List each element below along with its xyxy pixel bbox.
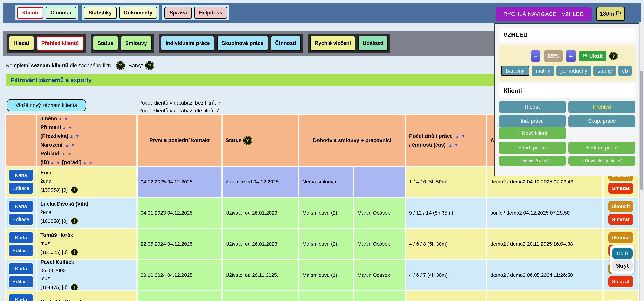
client-name: Ema [40,170,51,176]
nav-button-skupinov-pr-ce[interactable]: Skupinová práce [217,36,268,51]
panel-nav-p-ehled[interactable]: Přehled [568,101,636,113]
sort-arrows-icon[interactable]: ▲ ▼ [69,134,80,139]
status-cell: Zájemce od 04.12.2025. [222,167,298,197]
quick-navigation-button[interactable]: RYCHLÁ NAVIGACE | VZHLED [496,7,592,21]
scrollbar-thumb[interactable] [640,71,643,190]
karta-button[interactable]: Karta [8,294,34,301]
header-name-column[interactable]: Jméno▲ ▼Příjmení▲ ▼(Přezdívka)▲ ▼Narozen… [38,115,136,166]
panel-client-nav-buttons: HledatPřehledInd. práceSkup. práce [499,101,636,127]
nav-button-innosti[interactable]: Činnosti [271,36,301,51]
smazat-button[interactable]: Smazat [608,276,634,288]
client-detail: muž [40,241,50,246]
ukon-it-button[interactable]: Ukončit [608,300,634,301]
sort-arrows-icon[interactable]: ▲ ▼ [82,160,93,165]
theme-button-matn[interactable]: matný [532,66,554,76]
info-icon[interactable]: i [71,217,78,225]
panel-add-hromadn-stej[interactable]: + Hromadně (stej.) [499,156,566,166]
save-appearance-button[interactable]: Uložit [579,51,606,61]
nav-button-rychl-vlo-en[interactable]: Rychlé vložení [310,36,356,51]
count-with-filters: Počet klientů v databázi dle filtrů: 7 [138,108,219,114]
panel-nav-skup-pr-ce[interactable]: Skup. práce [568,115,636,127]
nav-button-spr-va[interactable]: Správa [164,7,192,19]
panel-nav-ind-pr-ce[interactable]: Ind. práce [499,115,566,127]
client-name-cell: Pavel Kulíšek06.03.2003muž(104475) [0]i [38,260,136,290]
smazat-button[interactable]: Smazat [608,214,634,225]
editace-button[interactable]: Editace [8,213,34,226]
nav-button-group: HledatPřehled klientů [6,34,86,53]
nav-button-smlouvy[interactable]: Smlouvy [121,36,152,51]
karta-button[interactable]: Karta [8,263,34,275]
row-actions-popover: DolůSkrýt [610,245,634,274]
author-cell: sonic / demo2 04.12.2025 07:28:50 [488,198,602,228]
client-name-cell: Lucka Divoká (Víla)žena(100858) [0]i [38,198,136,228]
help-icon[interactable]: ? [116,62,124,70]
sort-arrows-icon[interactable]: ▲ ▼ [62,125,72,130]
info-icon[interactable]: i [71,249,78,256]
nav-button-ud-losti[interactable]: Události [358,36,388,51]
nav-button-status[interactable]: Status [93,36,118,51]
sort-arrows-icon[interactable]: ▲ ▼ [448,143,459,147]
ukon-it-button[interactable]: Ukončit [608,201,634,212]
theme-button-b[interactable]: čb [618,66,632,76]
nav-button-individu-ln-pr-ce[interactable]: Individuální práce [161,36,214,51]
section-title: Filtrování záznamů a exporty [11,77,92,83]
client-name: Pavel Kulíšek [40,260,74,265]
info-icon[interactable]: i [71,284,78,290]
theme-buttons: barevnýmatnýjednoduchýstrohýčb [501,66,632,76]
save-icon [583,53,587,59]
panel-nav-hledat[interactable]: Hledat [499,101,566,113]
vertical-scrollbar[interactable] [640,22,644,301]
worker-cell [354,291,405,301]
ukon-it-button[interactable]: Ukončit [608,232,634,244]
sort-arrows-icon[interactable]: ▲ ▼ [50,160,60,165]
client-id-line: (104475) [0]i [40,284,78,290]
zoom-in-button[interactable]: + [566,50,576,62]
status-help-icon[interactable]: ? [244,136,252,145]
header-contracts-column: Dohody a smlouvy + pracovníci [299,115,405,166]
panel-vzhled-heading: VZHLED [499,27,636,42]
contact-cell: 04.12.2025 04.12.2025 [138,167,222,197]
client-detail: žena [40,178,51,184]
editace-button[interactable]: Editace [8,182,34,195]
colors-help-icon[interactable]: ? [146,62,154,70]
logout-icon [616,10,621,17]
panel-add-nov-klient[interactable]: + Nový klient [499,127,566,139]
sort-arrows-icon[interactable]: ▲ ▼ [455,134,466,139]
sort-arrows-icon[interactable]: ▲ ▼ [58,116,69,121]
smazat-button[interactable]: Smazat [608,182,634,194]
theme-button-jednoduch[interactable]: jednoduchý [556,66,591,76]
theme-button-barevn[interactable]: barevný [501,66,529,76]
worker-cell [354,167,405,197]
karta-button[interactable]: Karta [8,231,34,244]
info-icon[interactable]: i [71,186,78,194]
popover-skr-t-button[interactable]: Skrýt [612,261,632,271]
worker-cell: Martin Ocásek [354,198,405,228]
panel-add-skup-pr-ce[interactable]: + Skup. práce [568,142,636,154]
editace-button[interactable]: Editace [8,244,34,257]
nav-button-klienti[interactable]: Klienti [17,7,43,19]
appearance-help-icon[interactable]: ? [610,52,618,60]
contact-cell: 04.01.2023 04.12.2025 [138,198,222,228]
sort-arrows-icon[interactable]: ▲ ▼ [62,151,72,156]
panel-add-ind-pr-ce[interactable]: + Ind. práce [499,142,566,154]
sort-arrows-icon[interactable]: ▲ ▼ [65,143,76,147]
theme-button-stroh[interactable]: strohý [594,66,616,76]
zoom-out-button[interactable]: − [531,50,540,62]
nav-button-p-ehled-klient[interactable]: Přehled klientů [37,36,84,51]
nav-button-hledat[interactable]: Hledat [9,36,34,51]
client-name: Tomáš Horák [40,232,73,238]
popover-dol-button[interactable]: Dolů [612,248,632,259]
client-name-cell: Tomáš Horákmuž(101025) [0]i [38,229,136,259]
panel-add-hromadn-r-doch[interactable]: + Hromadně (r. doch.) [568,156,636,166]
nav-button-statistiky[interactable]: Statistiky [84,7,117,19]
nav-button-group: KlientiČinnosti [15,5,78,20]
editace-button[interactable]: Editace [8,276,34,288]
nav-button-helpdesk[interactable]: Helpdesk [194,7,227,19]
insert-new-client-button[interactable]: Vložit nový záznam klienta [6,99,86,111]
karta-button[interactable]: Karta [8,169,34,182]
nav-button-innosti[interactable]: Činnosti [46,7,76,19]
nav-button-dokumenty[interactable]: Dokumenty [119,7,157,19]
header-count-column[interactable]: Počet dnů / práce ▲ ▼/ činností (čas) ▲ … [406,115,486,166]
session-logout-button[interactable]: 180m [596,7,625,21]
karta-button[interactable]: Karta [8,200,34,213]
